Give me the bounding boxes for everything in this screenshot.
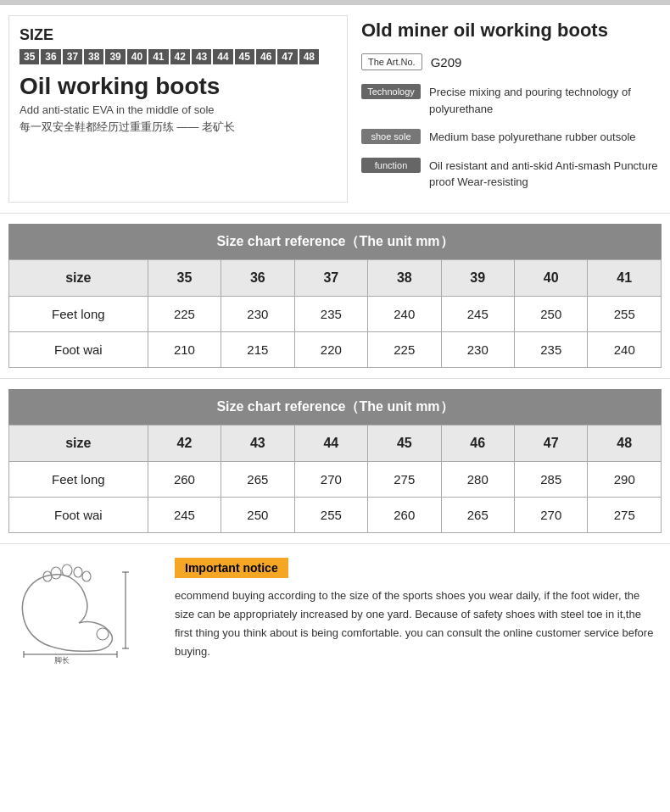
chart-data-row: Foot wai245250255260265270275 [9, 497, 662, 532]
function-badge: function [361, 158, 421, 173]
chart-header-cell: 41 [588, 259, 662, 296]
chart2-table: Size chart reference（The unit mm） size42… [8, 389, 662, 533]
chart-cell: 290 [588, 461, 662, 497]
notice-content: Important notice ecommend buying accordi… [175, 558, 662, 661]
chart-cell: 280 [441, 461, 514, 497]
chart2-header-row: Size chart reference（The unit mm） [9, 389, 662, 425]
artno-badge: The Art.No. [361, 53, 422, 70]
chart-header-cell: 45 [368, 425, 441, 461]
foot-image: 脚长 [8, 558, 161, 668]
chart-cell: 235 [294, 296, 367, 331]
chart-header-cell: size [9, 259, 148, 296]
chart-data-row: Feet long260265270275280285290 [9, 461, 662, 497]
chart-cell: 270 [515, 497, 588, 532]
chart-cell: 265 [221, 461, 294, 497]
notice-text: ecommend buying according to the size of… [175, 587, 662, 661]
chart1-header-row: Size chart reference（The unit mm） [9, 224, 662, 259]
artno-value: G209 [431, 53, 462, 73]
chart-header-cell: 46 [441, 425, 514, 461]
chart-cell: 255 [588, 296, 662, 331]
chart-cell: 260 [148, 461, 221, 497]
chart-cell: 260 [368, 497, 441, 532]
notice-section: 脚长 Important notice ecommend buying acco… [0, 544, 670, 681]
chart2-section: Size chart reference（The unit mm） size42… [0, 379, 670, 544]
chart-header-cell: 35 [148, 259, 221, 296]
chart-cell: 250 [515, 296, 588, 331]
chart-size-row: size42434445464748 [9, 425, 662, 461]
chart-cell: 275 [368, 461, 441, 497]
product-info: Old miner oil working boots The Art.No. … [361, 15, 662, 203]
product-title: Old miner oil working boots [361, 19, 662, 43]
svg-text:脚长: 脚长 [54, 656, 70, 665]
product-section: SIZE 3536373839404142434445464748 Oil wo… [0, 5, 670, 214]
size-label: SIZE [20, 26, 337, 44]
size-box: 41 [148, 49, 168, 64]
foot-illustration: 脚长 [11, 559, 159, 665]
chart-cell: 265 [441, 497, 514, 532]
chart-cell: 220 [294, 331, 367, 367]
size-box: 46 [256, 49, 276, 64]
shoesole-row: shoe sole Medium base polyurethane rubbe… [361, 129, 662, 146]
svg-point-2 [74, 567, 82, 577]
chart-header-cell: 39 [441, 259, 514, 296]
chart-cell: 240 [588, 331, 662, 367]
chart-cell: 275 [588, 497, 662, 532]
svg-point-5 [97, 628, 109, 640]
chart-header-cell: 36 [221, 259, 294, 296]
product-subtitle: Add anti-static EVA in the middle of sol… [20, 103, 337, 116]
svg-point-3 [82, 571, 91, 581]
chart-cell: 235 [515, 331, 588, 367]
chart-row-label: Feet long [9, 296, 148, 331]
size-box: 43 [192, 49, 211, 64]
chart-data-row: Feet long225230235240245250255 [9, 296, 662, 331]
chart-header-cell: 38 [368, 259, 441, 296]
size-box: 39 [105, 49, 125, 64]
chart-cell: 245 [148, 497, 221, 532]
product-chinese: 每一双安全鞋都经历过重重历练 —— 老矿长 [20, 120, 337, 135]
chart-row-label: Foot wai [9, 331, 148, 367]
chart-data-row: Foot wai210215220225230235240 [9, 331, 662, 367]
shoesole-badge: shoe sole [361, 129, 421, 144]
chart-size-row: size35363738394041 [9, 259, 662, 296]
svg-point-0 [51, 567, 61, 579]
chart1-title: Size chart reference（The unit mm） [9, 224, 662, 259]
shoesole-value: Medium base polyurethane rubber outsole [429, 129, 636, 146]
size-box: 37 [63, 49, 82, 64]
chart-cell: 230 [441, 331, 514, 367]
size-box: 45 [235, 49, 254, 64]
chart1-section: Size chart reference（The unit mm） size35… [0, 214, 670, 379]
size-box: 35 [20, 49, 39, 64]
chart-cell: 255 [294, 497, 367, 532]
size-box: 48 [299, 49, 319, 64]
notice-badge: Important notice [175, 558, 288, 578]
chart-cell: 225 [148, 296, 221, 331]
chart-header-cell: 44 [294, 425, 367, 461]
product-image-box: SIZE 3536373839404142434445464748 Oil wo… [8, 15, 348, 203]
size-box: 38 [84, 49, 103, 64]
artno-row: The Art.No. G209 [361, 53, 662, 73]
chart-header-cell: 37 [294, 259, 367, 296]
size-box: 42 [170, 49, 190, 64]
chart-row-label: Foot wai [9, 497, 148, 532]
chart-cell: 285 [515, 461, 588, 497]
technology-row: Technology Precise mixing and pouring te… [361, 84, 662, 117]
chart-cell: 250 [221, 497, 294, 532]
svg-point-1 [62, 565, 72, 576]
chart1-table: Size chart reference（The unit mm） size35… [8, 224, 662, 368]
technology-value: Precise mixing and pouring technology of… [429, 84, 662, 117]
size-box: 40 [127, 49, 147, 64]
chart-cell: 210 [148, 331, 221, 367]
function-value: Oil resistant and anti-skid Anti-smash P… [429, 158, 662, 191]
size-boxes: 3536373839404142434445464748 [20, 49, 337, 64]
technology-badge: Technology [361, 84, 421, 99]
chart-header-cell: 47 [515, 425, 588, 461]
size-box: 36 [41, 49, 60, 64]
chart-cell: 245 [441, 296, 514, 331]
chart-header-cell: 42 [148, 425, 221, 461]
chart-cell: 215 [221, 331, 294, 367]
chart-cell: 270 [294, 461, 367, 497]
chart-cell: 240 [368, 296, 441, 331]
chart-row-label: Feet long [9, 461, 148, 497]
chart-header-cell: size [9, 425, 148, 461]
chart-cell: 230 [221, 296, 294, 331]
